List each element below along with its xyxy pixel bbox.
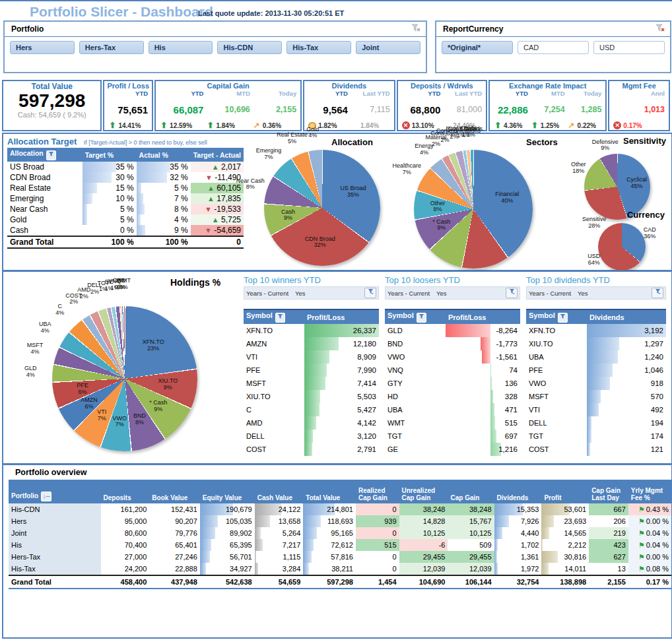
overview-column-header[interactable]: Profit (541, 480, 589, 503)
filter-icon[interactable] (558, 313, 568, 323)
column-header-target[interactable]: Target % (83, 148, 137, 162)
filter-dropdown-button[interactable] (364, 288, 376, 298)
top10-row: PFE7,990 (244, 364, 379, 377)
allocation-name: US Broad (7, 162, 83, 172)
clear-filter-icon[interactable] (411, 23, 420, 35)
dividends-cell: 1,702 (494, 539, 542, 551)
slicer-button-his[interactable]: His (149, 41, 213, 54)
overview-column-header[interactable]: Cash Value (255, 480, 304, 503)
column-header-allocation[interactable]: Allocation (7, 148, 83, 162)
kpi-percent: ⬆1.84% (206, 121, 250, 129)
slicer-button-his-tax[interactable]: His-Tax (286, 41, 351, 54)
slicer-button-usd[interactable]: USD (593, 41, 665, 54)
pie-label: DELL 2% (77, 283, 113, 296)
total-cell: 72,612 (303, 539, 356, 551)
symbol-cell: UBA (526, 350, 587, 364)
symbol-cell: COST (526, 443, 587, 456)
pie-label: VNQ 1% (97, 278, 133, 291)
slicer-button-hers-tax[interactable]: Hers-Tax (79, 41, 144, 54)
value-cell: 2,791 (304, 443, 379, 456)
allocation-name: CDN Broad (7, 172, 83, 183)
diagonal-arrow-icon: ↗ (253, 121, 261, 129)
symbol-cell: HD (385, 390, 446, 403)
pie-label: Financial 40% (490, 192, 523, 205)
pie-label: CAD 36% (632, 227, 667, 240)
overview-column-header[interactable]: Cap Gain Last Day (589, 480, 628, 503)
overview-column-header[interactable]: Dividends (494, 480, 542, 503)
pie-label: * Cash 9% (425, 219, 458, 232)
value-cell: -8,264 (446, 324, 520, 337)
total-cell: 57,816 (303, 551, 356, 563)
value-cell: 74 (446, 364, 520, 377)
symbol-cell: XIU.TO (244, 390, 304, 403)
kpi-period-label: YTD (160, 90, 203, 97)
kpi-percent: ↗0.36% (253, 121, 296, 129)
cap_gain-cell: 38,248 (448, 503, 494, 515)
overview-column-header[interactable]: Realized Cap Gain (356, 480, 399, 503)
column-header-symbol[interactable]: Symbol (385, 309, 446, 324)
column-header-value[interactable]: Dividends (587, 309, 666, 324)
value-cell: 1,297 (587, 337, 666, 350)
column-header-target-actual[interactable]: Target - Actual (191, 148, 244, 162)
symbol-cell: DELL (244, 430, 304, 443)
cash-cell: 54,659 (255, 575, 304, 589)
symbol-cell: GLD (385, 324, 446, 337)
overview-column-header[interactable]: Yrly Mgmt Fee % (628, 480, 671, 503)
realized-cell: 939 (356, 515, 399, 527)
pie-label: Energy 4% (406, 143, 442, 156)
kpi-panel-deposits-wdrwls: Deposits / WdrwlsYTD68,800✕13.10%Last YT… (397, 80, 487, 131)
slicer-button-joint[interactable]: Joint (356, 41, 420, 54)
top10-row: TGT174 (526, 430, 666, 443)
pie-label: Other 18% (560, 162, 596, 175)
book-cell: 90,207 (149, 515, 199, 527)
slicer-button-cad[interactable]: CAD (518, 41, 589, 54)
kpi-period-label: YTD (402, 90, 441, 97)
pie-label: GE 1% (91, 279, 127, 292)
filter-dropdown-button[interactable] (506, 288, 518, 298)
value-cell: 194 (587, 416, 666, 430)
unrealized-cell: 10,125 (399, 527, 448, 539)
filter-icon[interactable] (417, 313, 426, 323)
filter-icon[interactable] (275, 313, 285, 323)
column-header-value[interactable]: Profit/Loss (304, 309, 379, 324)
pie-label: MSFT 4% (17, 343, 53, 356)
overview-column-header[interactable]: Book Value (149, 480, 199, 503)
clear-filter-icon[interactable] (655, 23, 665, 35)
top10-row: XIU.TO1,297 (526, 337, 666, 350)
value-cell: 570 (587, 390, 666, 403)
cap_gain-cell: 106,144 (448, 575, 494, 589)
no-icon (351, 121, 358, 129)
kpi-percent: ✕0.17% (613, 121, 665, 129)
column-header-value[interactable]: Profit/Loss (446, 309, 520, 324)
symbol-cell: GTY (385, 377, 446, 390)
overview-column-header[interactable]: Total Value (303, 480, 356, 503)
slicer-button-original[interactable]: *Original* (442, 41, 513, 54)
overview-column-header[interactable]: Unrealized Cap Gain (399, 480, 448, 503)
kpi-column: Annl1,013✕0.17% (612, 90, 666, 129)
filter-icon[interactable] (46, 150, 56, 160)
slicer-button-his-cdn[interactable]: His-CDN (217, 41, 282, 54)
allocation-target-block: Allocation Target If [Target-Actual] > 0… (7, 135, 245, 249)
portfolio-name-cell: Hers (9, 515, 101, 527)
red-x-icon: ✕ (613, 121, 621, 129)
overview-column-header[interactable]: Deposits (101, 480, 150, 503)
top10-row: PFE1,046 (526, 364, 666, 377)
book-cell: 437,948 (149, 575, 199, 589)
kpi-title: Exchange Rate Impact (492, 82, 603, 90)
portfolio-name-cell: Joint (9, 527, 101, 539)
overview-column-header[interactable]: Portfolio↓─ (9, 480, 101, 503)
grand-total-actual: 100 % (137, 236, 191, 248)
column-header-symbol[interactable]: Symbol (244, 309, 304, 324)
sort-icon[interactable]: ↓─ (41, 492, 51, 501)
column-header-actual[interactable]: Actual % (137, 148, 191, 162)
pie-label: AMD 2% (66, 287, 102, 300)
overview-row: Joint80,60079,77689,9025,26495,165010,12… (9, 527, 671, 539)
top10-loosers-block: Top 10 loosers YTDYears - CurrentYesSymb… (385, 275, 520, 456)
overview-column-header[interactable]: Equity Value (200, 480, 255, 503)
up-arrow-icon: ⬆ (108, 121, 116, 129)
top10-row: XFN.TO3,192 (526, 324, 666, 337)
overview-column-header[interactable]: Cap Gain (448, 480, 494, 503)
column-header-symbol[interactable]: Symbol (526, 309, 587, 324)
filter-dropdown-button[interactable] (652, 288, 663, 298)
slicer-button-hers[interactable]: Hers (10, 41, 75, 54)
